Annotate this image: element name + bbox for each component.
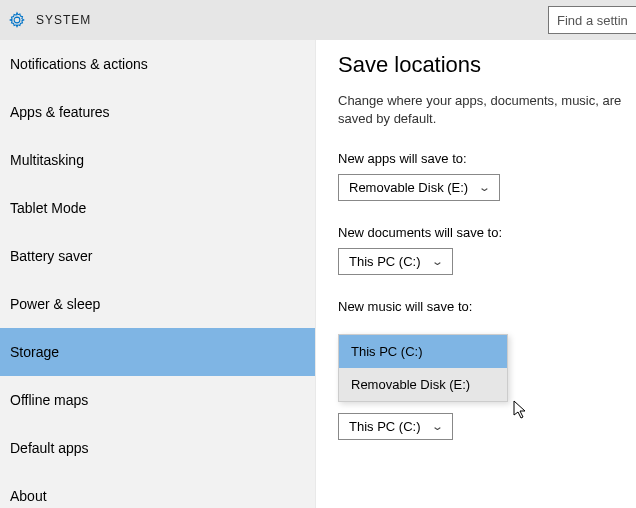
sidebar-item-label: Tablet Mode xyxy=(10,200,86,216)
chevron-down-icon: ⌄ xyxy=(431,255,444,268)
sidebar-item-label: Apps & features xyxy=(10,104,110,120)
sidebar-item-default-apps[interactable]: Default apps xyxy=(0,424,316,472)
gear-icon xyxy=(8,11,26,29)
sidebar-item-label: Power & sleep xyxy=(10,296,100,312)
field-new-apps: New apps will save to: Removable Disk (E… xyxy=(338,151,636,225)
chevron-down-icon: ⌄ xyxy=(431,420,444,433)
dropdown-option[interactable]: This PC (C:) xyxy=(339,335,507,368)
sidebar-item-offline-maps[interactable]: Offline maps xyxy=(0,376,316,424)
field-new-music: New music will save to: This PC (C:) Rem… xyxy=(338,299,636,452)
sidebar-item-power-sleep[interactable]: Power & sleep xyxy=(0,280,316,328)
dropdown-option[interactable]: Removable Disk (E:) xyxy=(339,368,507,401)
sidebar-item-battery-saver[interactable]: Battery saver xyxy=(0,232,316,280)
combo-new-music[interactable]: This PC (C:) ⌄ xyxy=(338,413,453,440)
window-title: SYSTEM xyxy=(36,13,91,27)
field-new-documents: New documents will save to: This PC (C:)… xyxy=(338,225,636,299)
window-body: Notifications & actions Apps & features … xyxy=(0,40,636,508)
combo-new-apps[interactable]: Removable Disk (E:) ⌄ xyxy=(338,174,500,201)
sidebar-item-about[interactable]: About xyxy=(0,472,316,508)
page-title: Save locations xyxy=(338,52,636,78)
combo-value: This PC (C:) xyxy=(349,419,433,434)
search-placeholder: Find a settin xyxy=(557,13,628,28)
field-label: New music will save to: xyxy=(338,299,636,314)
sidebar-item-label: Battery saver xyxy=(10,248,92,264)
field-label: New documents will save to: xyxy=(338,225,636,240)
combo-value: This PC (C:) xyxy=(349,254,433,269)
combo-value: Removable Disk (E:) xyxy=(349,180,480,195)
sidebar-item-label: Notifications & actions xyxy=(10,56,148,72)
window-header: SYSTEM Find a settin xyxy=(0,0,636,40)
search-input[interactable]: Find a settin xyxy=(548,6,636,34)
sidebar-item-label: Default apps xyxy=(10,440,89,456)
combo-new-documents[interactable]: This PC (C:) ⌄ xyxy=(338,248,453,275)
sidebar-item-multitasking[interactable]: Multitasking xyxy=(0,136,316,184)
sidebar-item-notifications[interactable]: Notifications & actions xyxy=(0,40,316,88)
field-label: New apps will save to: xyxy=(338,151,636,166)
sidebar-item-tablet-mode[interactable]: Tablet Mode xyxy=(0,184,316,232)
chevron-down-icon: ⌄ xyxy=(478,181,491,194)
combo-new-music-dropdown: This PC (C:) Removable Disk (E:) xyxy=(338,334,508,402)
sidebar-item-apps-features[interactable]: Apps & features xyxy=(0,88,316,136)
sidebar-item-label: Multitasking xyxy=(10,152,84,168)
page-description: Change where your apps, documents, music… xyxy=(338,92,636,127)
sidebar-item-label: Storage xyxy=(10,344,59,360)
sidebar-item-label: Offline maps xyxy=(10,392,88,408)
content-pane: Save locations Change where your apps, d… xyxy=(316,40,636,508)
sidebar-item-label: About xyxy=(10,488,47,504)
sidebar-item-storage[interactable]: Storage xyxy=(0,328,316,376)
sidebar: Notifications & actions Apps & features … xyxy=(0,40,316,508)
